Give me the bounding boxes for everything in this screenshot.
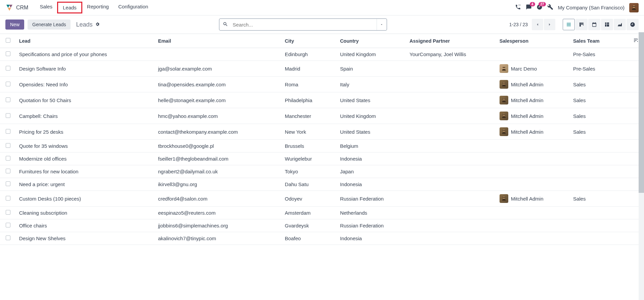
cell-country: Indonesia	[337, 178, 407, 191]
row-checkbox[interactable]	[6, 196, 10, 201]
cell-email: helle@stonageit.example.com	[156, 92, 282, 108]
cell-team: Sales	[570, 108, 628, 124]
activity-view-button[interactable]	[627, 19, 639, 30]
user-avatar[interactable]	[629, 3, 639, 12]
row-checkbox[interactable]	[6, 235, 10, 240]
cell-partner	[407, 191, 497, 207]
cell-email: hmc@yahoo.example.com	[156, 108, 282, 124]
pager-prev-button[interactable]	[532, 19, 543, 30]
row-checkbox[interactable]	[6, 51, 10, 56]
cell-country: Netherlands	[337, 207, 407, 219]
row-checkbox[interactable]	[6, 223, 10, 227]
nav-item-leads[interactable]: Leads	[57, 2, 82, 13]
row-checkbox[interactable]	[6, 156, 10, 161]
pivot-view-button[interactable]	[601, 19, 613, 30]
calendar-view-button[interactable]	[588, 19, 600, 30]
row-checkbox[interactable]	[6, 82, 10, 86]
app-logo-icon	[5, 4, 13, 12]
breadcrumb: Leads	[76, 21, 100, 28]
control-panel: New Generate Leads Leads 1-23 / 23	[0, 15, 644, 34]
search-options-toggle[interactable]	[377, 19, 387, 30]
activities-badge: 27	[539, 2, 546, 6]
gear-icon[interactable]	[95, 21, 100, 28]
row-checkbox[interactable]	[6, 143, 10, 148]
salesperson-cell: Mitchell Admin	[500, 80, 568, 89]
row-checkbox[interactable]	[6, 66, 10, 71]
scrollbar[interactable]	[639, 32, 644, 245]
cell-email: jga@solar.example.com	[156, 61, 282, 77]
table-row[interactable]: Opensides: Need Infotina@opensides.examp…	[0, 77, 644, 92]
table-row[interactable]: Custom Desks (100 pieces)credford4@salon…	[0, 191, 644, 207]
list-view-button[interactable]	[563, 19, 575, 30]
cell-lead: Modernize old offices	[16, 153, 156, 165]
cell-partner	[407, 153, 497, 165]
app-name[interactable]: CRM	[16, 5, 28, 11]
col-header-city[interactable]: City	[282, 34, 337, 48]
col-header-partner[interactable]: Assigned Partner	[407, 34, 497, 48]
messaging-badge: 4	[530, 2, 535, 6]
cell-lead: Campbell: Chairs	[16, 108, 156, 124]
table-row[interactable]: Modernize old officesfseiller1@theglobea…	[0, 153, 644, 165]
cell-country: United Kingdom	[337, 108, 407, 124]
svg-rect-1	[633, 6, 635, 7]
search-input[interactable]	[231, 22, 377, 28]
table-row[interactable]: Design New Shelvesakalinovich7@tinypic.c…	[0, 232, 644, 245]
activities-icon[interactable]: 27	[536, 4, 543, 11]
nav-item-configuration[interactable]: Configuration	[114, 2, 153, 13]
col-header-email[interactable]: Email	[156, 34, 282, 48]
cell-email: contact@thekompany.example.com	[156, 124, 282, 140]
row-checkbox[interactable]	[6, 113, 10, 118]
salesperson-cell: Mitchell Admin	[500, 112, 568, 120]
table-row[interactable]: Quotation for 50 Chairshelle@stonageit.e…	[0, 92, 644, 108]
nav-item-sales[interactable]: Sales	[35, 2, 57, 13]
table-row[interactable]: Pricing for 25 deskscontact@thekompany.e…	[0, 124, 644, 140]
columns-options-icon[interactable]	[633, 38, 639, 43]
table-row[interactable]: Campbell: Chairshmc@yahoo.example.comMan…	[0, 108, 644, 124]
row-checkbox[interactable]	[6, 181, 10, 186]
cell-email: fseiller1@theglobeandmail.com	[156, 153, 282, 165]
generate-leads-button[interactable]: Generate Leads	[28, 19, 71, 30]
graph-view-button[interactable]	[614, 19, 626, 30]
pager-next-button[interactable]	[544, 19, 555, 30]
salesperson-avatar	[500, 112, 508, 120]
row-checkbox[interactable]	[6, 129, 10, 134]
new-button[interactable]: New	[5, 19, 24, 30]
col-header-lead[interactable]: Lead	[16, 34, 156, 48]
table-row[interactable]: Specifications and price of your phonesE…	[0, 48, 644, 61]
cell-team: Pre-Sales	[570, 48, 628, 61]
cell-team: Pre-Sales	[570, 61, 628, 77]
cell-email: jjobbins6@simplemachines.org	[156, 219, 282, 232]
cell-country: Russian Federation	[337, 191, 407, 207]
scrollbar-thumb[interactable]	[639, 32, 644, 193]
cell-city: Amsterdam	[282, 207, 337, 219]
pager: 1-23 / 23	[506, 19, 555, 30]
table-row[interactable]: Design Software Infojga@solar.example.co…	[0, 61, 644, 77]
col-header-country[interactable]: Country	[337, 34, 407, 48]
debug-icon[interactable]	[547, 4, 553, 11]
row-checkbox[interactable]	[6, 210, 10, 215]
messaging-icon[interactable]: 4	[526, 4, 532, 11]
cell-email: akalinovich7@tinypic.com	[156, 232, 282, 245]
cell-lead: Cleaning subscription	[16, 207, 156, 219]
table-row[interactable]: Office chairsjjobbins6@simplemachines.or…	[0, 219, 644, 232]
cell-partner	[407, 178, 497, 191]
select-all-checkbox[interactable]	[6, 38, 10, 43]
cell-email	[156, 48, 282, 61]
cell-country: Russian Federation	[337, 219, 407, 232]
kanban-view-button[interactable]	[575, 19, 588, 30]
table-row[interactable]: Furnitures for new locationngrabert2@dai…	[0, 165, 644, 178]
voip-icon[interactable]	[515, 4, 521, 11]
salesperson-name: Marc Demo	[511, 66, 537, 72]
cell-country: United States	[337, 92, 407, 108]
nav-item-reporting[interactable]: Reporting	[82, 2, 114, 13]
row-checkbox[interactable]	[6, 169, 10, 173]
table-row[interactable]: Need a price: urgentikirvell3@gnu.orgDah…	[0, 178, 644, 191]
table-row[interactable]: Cleaning subscriptioneespinazo5@reuters.…	[0, 207, 644, 219]
col-header-team[interactable]: Sales Team	[570, 34, 628, 48]
pager-text[interactable]: 1-23 / 23	[506, 22, 531, 27]
table-row[interactable]: Quote for 35 windowstbrockhouse0@google.…	[0, 140, 644, 153]
row-checkbox[interactable]	[6, 97, 10, 102]
cell-lead: Design New Shelves	[16, 232, 156, 245]
col-header-salesperson[interactable]: Salesperson	[497, 34, 570, 48]
company-switcher[interactable]: My Company (San Francisco)	[558, 5, 625, 10]
